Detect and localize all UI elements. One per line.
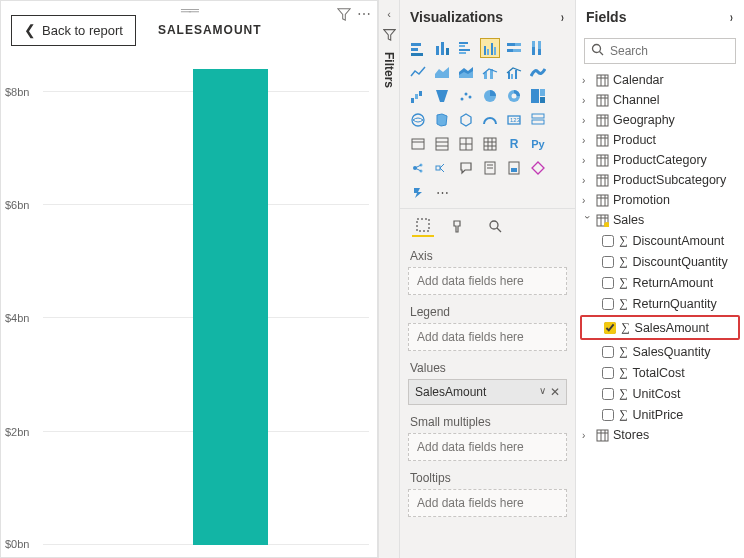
field-checkbox[interactable] <box>602 277 614 289</box>
bar-salesamount[interactable] <box>193 69 268 545</box>
field-return-quantity[interactable]: ∑ReturnQuantity <box>580 293 740 314</box>
fields-tab-icon[interactable] <box>412 215 434 237</box>
well-tooltips-drop[interactable]: Add data fields here <box>408 489 567 517</box>
field-unit-price[interactable]: ∑UnitPrice <box>580 404 740 425</box>
field-checkbox[interactable] <box>604 322 616 334</box>
svg-line-74 <box>600 52 604 56</box>
viz-filled-map-icon[interactable] <box>432 110 452 130</box>
viz-key-influencers-icon[interactable] <box>408 158 428 178</box>
svg-rect-62 <box>436 166 440 170</box>
viz-python-icon[interactable]: Py <box>528 134 548 154</box>
filters-label: Filters <box>382 52 396 88</box>
field-discount-amount[interactable]: ∑DiscountAmount <box>580 230 740 251</box>
field-checkbox[interactable] <box>602 409 614 421</box>
field-discount-quantity[interactable]: ∑DiscountQuantity <box>580 251 740 272</box>
fields-header: Fields › <box>576 0 744 34</box>
svg-rect-42 <box>532 114 544 118</box>
viz-stacked-bar-icon[interactable] <box>408 38 428 58</box>
table-calendar[interactable]: ›Calendar <box>580 70 740 90</box>
chevron-right-icon[interactable]: › <box>730 9 733 25</box>
table-sales[interactable]: ›Sales <box>580 210 740 230</box>
table-geography[interactable]: ›Geography <box>580 110 740 130</box>
field-return-amount[interactable]: ∑ReturnAmount <box>580 272 740 293</box>
svg-rect-4 <box>441 42 444 55</box>
viz-100stacked-column-icon[interactable] <box>528 38 548 58</box>
viz-clustered-bar-icon[interactable] <box>456 38 476 58</box>
viz-100stacked-bar-icon[interactable] <box>504 38 524 58</box>
search-input[interactable] <box>610 44 729 58</box>
viz-kpi-icon[interactable] <box>408 134 428 154</box>
viz-qa-icon[interactable] <box>456 158 476 178</box>
field-checkbox[interactable] <box>602 256 614 268</box>
field-unit-cost[interactable]: ∑UnitCost <box>580 383 740 404</box>
well-values-item[interactable]: SalesAmount ∨ ✕ <box>408 379 567 405</box>
viz-decomposition-icon[interactable] <box>432 158 452 178</box>
analytics-tab-icon[interactable] <box>484 215 506 237</box>
more-options-icon[interactable]: ⋯ <box>357 7 371 24</box>
field-checkbox[interactable] <box>602 235 614 247</box>
table-promotion[interactable]: ›Promotion <box>580 190 740 210</box>
remove-icon[interactable]: ✕ <box>550 385 560 399</box>
svg-point-71 <box>490 221 498 229</box>
viz-paginated-icon[interactable] <box>504 158 524 178</box>
viz-ribbon-icon[interactable] <box>528 62 548 82</box>
viz-waterfall-icon[interactable] <box>408 86 428 106</box>
svg-rect-44 <box>412 139 424 149</box>
viz-line-icon[interactable] <box>408 62 428 82</box>
field-total-cost[interactable]: ∑TotalCost <box>580 362 740 383</box>
viz-donut-icon[interactable] <box>504 86 524 106</box>
viz-pie-icon[interactable] <box>480 86 500 106</box>
viz-area-icon[interactable] <box>432 62 452 82</box>
table-product-category[interactable]: ›ProductCategory <box>580 150 740 170</box>
table-stores[interactable]: ›Stores <box>580 425 740 445</box>
svg-rect-52 <box>484 138 496 150</box>
viz-slicer-icon[interactable] <box>432 134 452 154</box>
viz-get-more-icon[interactable]: ⋯ <box>432 182 452 202</box>
svg-rect-5 <box>446 48 449 55</box>
report-canvas: ══ ❮ Back to report SALESAMOUNT ⋯ $0bn $… <box>0 0 378 558</box>
field-sales-amount[interactable]: ∑SalesAmount <box>582 317 738 338</box>
filters-pane-collapsed[interactable]: ‹ Filters <box>378 0 400 558</box>
format-tab-icon[interactable] <box>448 215 470 237</box>
field-checkbox[interactable] <box>602 367 614 379</box>
pane-title: Fields <box>586 9 626 25</box>
table-channel[interactable]: ›Channel <box>580 90 740 110</box>
viz-r-icon[interactable]: R <box>504 134 524 154</box>
well-legend-drop[interactable]: Add data fields here <box>408 323 567 351</box>
svg-rect-99 <box>597 195 608 206</box>
field-sales-quantity[interactable]: ∑SalesQuantity <box>580 341 740 362</box>
viz-line-clustered-column-icon[interactable] <box>504 62 524 82</box>
chevron-right-icon[interactable]: › <box>561 9 564 25</box>
viz-shape-map-icon[interactable] <box>456 110 476 130</box>
field-checkbox[interactable] <box>602 388 614 400</box>
filter-icon[interactable] <box>337 7 351 24</box>
svg-rect-12 <box>491 43 493 55</box>
fields-search[interactable] <box>584 38 736 64</box>
well-axis-drop[interactable]: Add data fields here <box>408 267 567 295</box>
viz-stacked-area-icon[interactable] <box>456 62 476 82</box>
viz-narrative-icon[interactable] <box>480 158 500 178</box>
viz-table-icon[interactable] <box>456 134 476 154</box>
viz-treemap-icon[interactable] <box>528 86 548 106</box>
viz-powerapps-icon[interactable] <box>528 158 548 178</box>
table-product[interactable]: ›Product <box>580 130 740 150</box>
back-to-report-button[interactable]: ❮ Back to report <box>11 15 136 46</box>
viz-card-icon[interactable]: 123 <box>504 110 524 130</box>
viz-scatter-icon[interactable] <box>456 86 476 106</box>
viz-stacked-column-icon[interactable] <box>432 38 452 58</box>
drag-handle-icon[interactable]: ══ <box>181 2 197 18</box>
svg-rect-27 <box>411 98 414 103</box>
viz-map-icon[interactable] <box>408 110 428 130</box>
viz-multirow-card-icon[interactable] <box>528 110 548 130</box>
field-checkbox[interactable] <box>602 346 614 358</box>
viz-matrix-icon[interactable] <box>480 134 500 154</box>
field-checkbox[interactable] <box>602 298 614 310</box>
viz-line-stacked-column-icon[interactable] <box>480 62 500 82</box>
chevron-down-icon[interactable]: ∨ <box>539 385 546 399</box>
viz-funnel-icon[interactable] <box>432 86 452 106</box>
viz-automate-icon[interactable] <box>408 182 428 202</box>
well-small-multiples-drop[interactable]: Add data fields here <box>408 433 567 461</box>
viz-clustered-column-icon[interactable] <box>480 38 500 58</box>
viz-gauge-icon[interactable] <box>480 110 500 130</box>
table-product-subcategory[interactable]: ›ProductSubcategory <box>580 170 740 190</box>
